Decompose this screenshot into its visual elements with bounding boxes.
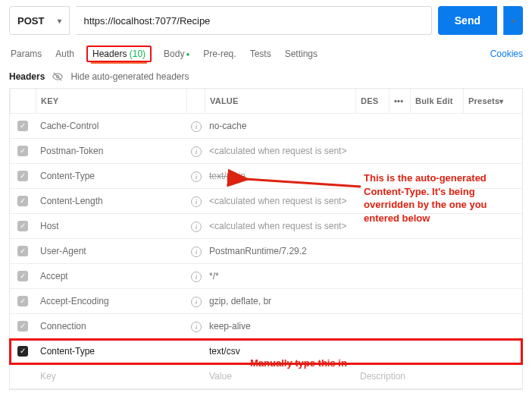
checkbox[interactable]: ✓ bbox=[17, 246, 28, 256]
check-icon: ✓ bbox=[20, 172, 26, 180]
url-input[interactable] bbox=[76, 6, 431, 35]
col-desc: DES bbox=[355, 89, 389, 113]
checkbox[interactable]: ✓ bbox=[17, 346, 28, 357]
check-icon: ✓ bbox=[20, 147, 26, 155]
bulk-edit-button[interactable]: Bulk Edit bbox=[410, 89, 463, 113]
header-value: no-cache bbox=[205, 121, 355, 131]
eye-off-icon bbox=[52, 71, 63, 82]
info-icon: i bbox=[191, 121, 202, 132]
header-value: text/plain bbox=[205, 171, 355, 181]
info-icon: i bbox=[191, 196, 202, 207]
checkbox[interactable]: ✓ bbox=[17, 271, 28, 281]
request-bar: POST ▾ Send ▾ bbox=[9, 6, 523, 35]
checkbox[interactable]: ✓ bbox=[17, 321, 28, 332]
send-button[interactable]: Send bbox=[438, 6, 497, 35]
chevron-down-icon: ▾ bbox=[58, 17, 61, 25]
headers-subheader: Headers Hide auto-generated headers bbox=[9, 71, 523, 82]
info-icon: i bbox=[191, 297, 202, 307]
tab-body[interactable]: Body● bbox=[162, 46, 191, 62]
header-key: User-Agent bbox=[36, 246, 186, 256]
table-row: ✓Accepti*/* bbox=[10, 264, 522, 289]
headers-table: KEY VALUE DES ••• Bulk Edit Presets ▾ ✓C… bbox=[9, 88, 523, 390]
table-row: ✓Accept-Encodingigzip, deflate, br bbox=[10, 289, 522, 314]
new-header-row[interactable]: Key Value Description bbox=[10, 364, 522, 389]
info-icon: i bbox=[191, 322, 202, 332]
check-icon: ✓ bbox=[20, 247, 26, 255]
header-key: Content-Length bbox=[36, 196, 186, 206]
info-icon: i bbox=[191, 146, 202, 157]
table-row: ✓Postman-Tokeni<calculated when request … bbox=[10, 139, 522, 164]
checkbox[interactable]: ✓ bbox=[17, 296, 28, 306]
method-label: POST bbox=[17, 15, 44, 27]
info-icon: i bbox=[191, 272, 202, 282]
check-icon: ✓ bbox=[20, 122, 26, 130]
tab-tests[interactable]: Tests bbox=[249, 46, 273, 62]
header-key: Postman-Token bbox=[36, 146, 186, 156]
table-row: ✓Content-Typeitext/plain bbox=[10, 164, 522, 189]
header-key: Cache-Control bbox=[36, 121, 186, 131]
header-value: <calculated when request is sent> bbox=[205, 146, 355, 156]
chevron-down-icon: ▾ bbox=[499, 97, 503, 105]
header-key: Accept-Encoding bbox=[36, 296, 186, 306]
info-icon: i bbox=[191, 171, 202, 182]
checkbox[interactable]: ✓ bbox=[17, 146, 28, 156]
method-select[interactable]: POST ▾ bbox=[9, 6, 70, 35]
check-icon: ✓ bbox=[20, 347, 26, 355]
header-value: gzip, deflate, br bbox=[205, 296, 355, 306]
header-key[interactable]: Content-Type bbox=[36, 346, 186, 357]
tab-params[interactable]: Params bbox=[9, 46, 43, 62]
checkbox[interactable]: ✓ bbox=[17, 121, 28, 131]
desc-input-placeholder[interactable]: Description bbox=[355, 371, 522, 382]
header-value: */* bbox=[205, 271, 355, 281]
header-key: Host bbox=[36, 221, 186, 231]
info-icon: i bbox=[191, 247, 202, 257]
more-options-button[interactable]: ••• bbox=[389, 89, 410, 113]
header-value[interactable]: text/csv bbox=[205, 346, 355, 357]
value-input-placeholder[interactable]: Value bbox=[205, 371, 355, 382]
table-header-row: KEY VALUE DES ••• Bulk Edit Presets ▾ bbox=[10, 89, 522, 114]
dot-icon: ● bbox=[186, 51, 189, 58]
header-key: Accept bbox=[36, 271, 186, 281]
checkbox[interactable]: ✓ bbox=[17, 196, 28, 206]
header-value: <calculated when request is sent> bbox=[205, 221, 355, 231]
header-value: keep-alive bbox=[205, 321, 355, 332]
table-row: ✓User-AgentiPostmanRuntime/7.29.2 bbox=[10, 239, 522, 264]
tab-headers[interactable]: Headers (10) bbox=[91, 46, 147, 64]
presets-dropdown[interactable]: Presets ▾ bbox=[463, 89, 522, 113]
check-icon: ✓ bbox=[20, 272, 26, 280]
send-dropdown-button[interactable]: ▾ bbox=[503, 6, 523, 35]
table-row: ✓Content-Typetext/csv bbox=[10, 339, 522, 364]
check-icon: ✓ bbox=[20, 222, 26, 230]
tab-auth[interactable]: Auth bbox=[54, 46, 76, 62]
chevron-down-icon: ▾ bbox=[512, 17, 515, 25]
check-icon: ✓ bbox=[20, 197, 26, 205]
check-icon: ✓ bbox=[20, 322, 26, 330]
checkbox[interactable]: ✓ bbox=[17, 171, 28, 181]
cookies-link[interactable]: Cookies bbox=[490, 49, 523, 59]
checkbox[interactable]: ✓ bbox=[17, 221, 28, 231]
check-icon: ✓ bbox=[20, 297, 26, 305]
table-row: ✓Content-Lengthi<calculated when request… bbox=[10, 189, 522, 214]
info-icon: i bbox=[191, 222, 202, 232]
header-value: <calculated when request is sent> bbox=[205, 196, 355, 206]
key-input-placeholder[interactable]: Key bbox=[36, 371, 186, 382]
header-key: Content-Type bbox=[36, 171, 186, 181]
table-row: ✓Hosti<calculated when request is sent> bbox=[10, 214, 522, 239]
tab-settings[interactable]: Settings bbox=[283, 46, 319, 62]
annotation-box-headers-tab: Headers (10) bbox=[86, 46, 152, 62]
hide-auto-headers-toggle[interactable]: Hide auto-generated headers bbox=[70, 71, 189, 82]
headers-title: Headers bbox=[9, 71, 45, 82]
col-key: KEY bbox=[36, 89, 186, 113]
table-row: ✓Connectionikeep-alive bbox=[10, 314, 522, 339]
tab-pre-req[interactable]: Pre-req. bbox=[202, 46, 237, 62]
header-value: PostmanRuntime/7.29.2 bbox=[205, 246, 355, 256]
col-value: VALUE bbox=[205, 89, 355, 113]
request-tabs: Params Auth Headers (10) Body● Pre-req. … bbox=[9, 46, 523, 62]
header-key: Connection bbox=[36, 321, 186, 332]
table-row: ✓Cache-Controlino-cache bbox=[10, 114, 522, 139]
